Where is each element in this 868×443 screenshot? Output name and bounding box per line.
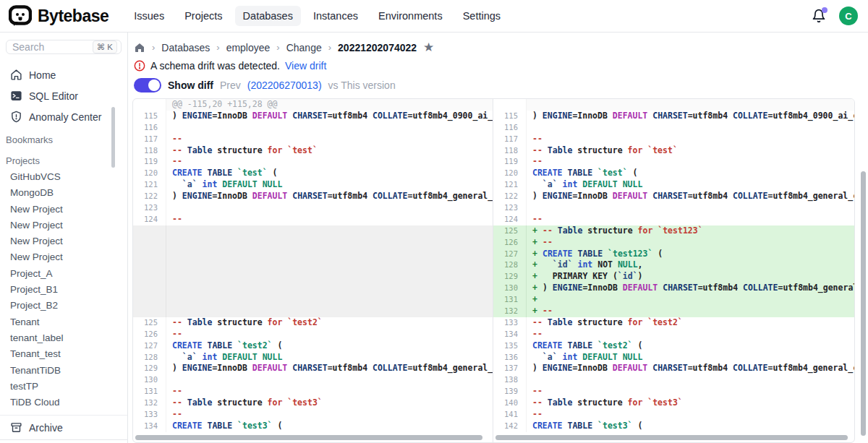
sidebar-scrollbar[interactable] [111, 107, 115, 168]
line-number: 117 [133, 134, 166, 145]
page-vscrollbar-thumb[interactable] [861, 171, 866, 436]
line-number: 131 [493, 294, 527, 306]
diff-row [133, 294, 493, 306]
diff-row: 142CREATE TABLE `test3` ( [493, 421, 854, 432]
project-list: GitHubVCSMongoDBNew ProjectNew ProjectNe… [0, 169, 127, 410]
code-line: ) ENGINE=InnoDB DEFAULT CHARSET=utf8mb4 … [166, 191, 493, 202]
breadcrumb-separator: › [216, 42, 219, 53]
code-line: +-- [527, 237, 854, 249]
code-line: ) ENGINE=InnoDB DEFAULT CHARSET=utf8mb4 … [527, 191, 854, 202]
code-line: -- [166, 134, 493, 145]
brand[interactable]: Bytebase [9, 5, 109, 27]
main-content: › Databases › employee › Change › 202212… [128, 33, 868, 443]
diff-row: 123 [493, 202, 854, 214]
user-avatar[interactable]: C [839, 7, 858, 25]
code-line: -- [166, 214, 493, 225]
project-item[interactable]: New Project [0, 202, 127, 218]
project-item[interactable]: Project_B2 [0, 298, 127, 314]
nav-item-databases[interactable]: Databases [235, 6, 301, 26]
nav-item-instances[interactable]: Instances [305, 6, 366, 26]
line-number [133, 271, 166, 283]
project-item[interactable]: Project_B1 [0, 282, 127, 298]
shield-icon [10, 111, 22, 123]
diff-row: 133-- Table structure for `test2` [493, 317, 854, 329]
breadcrumb-item-employee[interactable]: employee [226, 42, 271, 53]
project-item[interactable]: New Project [0, 218, 127, 233]
plan-badge: Enterprise Plan [0, 439, 127, 443]
line-number: 122 [493, 191, 527, 202]
project-item[interactable]: New Project [0, 249, 127, 265]
project-item[interactable]: TenantTiDB [0, 363, 127, 379]
diff-row: 115) ENGINE=InnoDB DEFAULT CHARSET=utf8m… [133, 111, 493, 122]
line-number: 128 [493, 259, 527, 271]
diff-row [133, 306, 493, 317]
project-item[interactable]: Tenant [0, 314, 127, 330]
line-number: 132 [133, 397, 166, 409]
line-number: 141 [493, 409, 527, 421]
breadcrumb-item-change[interactable]: Change [286, 42, 322, 53]
diff-row: 123 [133, 202, 493, 214]
diff-row [493, 99, 854, 111]
line-number [133, 294, 166, 306]
line-number: 132 [493, 306, 527, 317]
project-item[interactable]: Tenant_test [0, 346, 127, 362]
diff-row: 121 `a` int DEFAULT NULL [493, 179, 854, 191]
line-number [133, 237, 166, 249]
line-number: 130 [133, 374, 166, 386]
line-number: 116 [133, 122, 166, 134]
line-number [133, 99, 166, 111]
code-line: -- [166, 156, 493, 168]
projects-section-header: Projects [0, 148, 127, 169]
code-line: + [527, 294, 854, 306]
code-line: -- [166, 329, 493, 340]
line-number: 119 [133, 156, 166, 168]
prev-version-link[interactable]: (202206270013) [247, 79, 322, 91]
diff-row: 139-- [493, 386, 854, 397]
nav-item-settings[interactable]: Settings [455, 6, 509, 26]
breadcrumb-item-databases[interactable]: Databases [161, 42, 210, 53]
sidebar-item-anomaly-center[interactable]: Anomaly Center [0, 106, 127, 127]
show-diff-label: Show diff [168, 79, 213, 91]
code-line: -- Table structure for `test2` [166, 317, 493, 329]
diff-row: 118-- Table structure for `test` [493, 145, 854, 157]
project-item[interactable]: New Project [0, 233, 127, 249]
show-diff-toggle[interactable] [134, 78, 161, 93]
sidebar-item-sql-editor[interactable]: SQL Editor [0, 85, 127, 106]
line-number: 131 [133, 386, 166, 397]
view-drift-link[interactable]: View drift [285, 60, 326, 72]
diff-row: 124-- [493, 214, 854, 225]
code-line [166, 259, 493, 271]
left-hscrollbar-thumb[interactable] [135, 435, 482, 440]
line-number: 122 [133, 191, 166, 202]
project-item[interactable]: GitHubVCS [0, 169, 127, 185]
line-number: 134 [133, 421, 166, 432]
code-line: +-- Table structure for `test123` [527, 225, 854, 237]
project-item[interactable]: testTP [0, 379, 127, 395]
code-line [166, 225, 493, 237]
diff-row [133, 259, 493, 271]
diff-row [133, 249, 493, 260]
nav-item-projects[interactable]: Projects [176, 6, 230, 26]
notification-bell-icon[interactable] [812, 9, 826, 23]
search-input[interactable]: ⌘ K [6, 40, 122, 54]
project-item[interactable]: MongoDB [0, 185, 127, 201]
breadcrumb-separator: › [276, 42, 279, 53]
right-hscrollbar-track [493, 433, 854, 442]
sidebar-item-home[interactable]: Home [0, 64, 127, 85]
nav-item-environments[interactable]: Environments [370, 6, 451, 26]
code-line: -- Table structure for `test3` [166, 397, 493, 409]
code-line [527, 374, 854, 386]
star-icon[interactable]: ★ [423, 41, 434, 53]
breadcrumb-home-icon[interactable] [134, 42, 145, 53]
project-item[interactable]: tenant_label [0, 330, 127, 346]
sidebar-item-archive[interactable]: Archive [0, 416, 127, 439]
right-hscrollbar-thumb[interactable] [495, 435, 848, 440]
diff-row: 125+-- Table structure for `test123` [493, 225, 854, 237]
diff-row: 131-- [133, 386, 493, 397]
diff-row: 129+ PRIMARY KEY (`id`) [493, 271, 854, 283]
project-item[interactable]: TiDB Cloud [0, 395, 127, 410]
diff-row: 132+-- [493, 306, 854, 317]
nav-item-issues[interactable]: Issues [126, 6, 172, 26]
search-field[interactable] [12, 41, 93, 53]
project-item[interactable]: Project_A [0, 266, 127, 282]
